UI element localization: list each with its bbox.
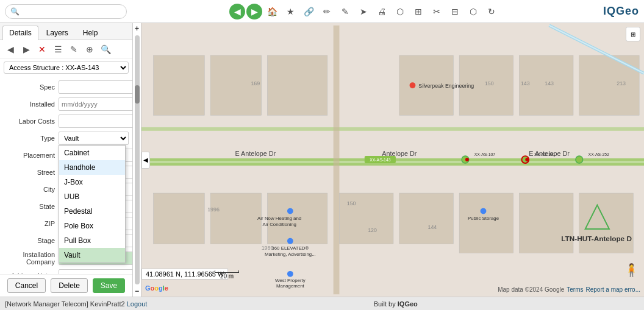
scale-label: 20 m — [220, 273, 234, 280]
svg-rect-6 — [210, 193, 262, 244]
panel-zoom-button[interactable]: 🔍 — [99, 43, 112, 56]
city-label: City — [4, 186, 59, 193]
svg-text:Silverpeak Engineering: Silverpeak Engineering — [418, 83, 474, 89]
svg-rect-9 — [399, 193, 453, 244]
search-bar[interactable]: 🔍 — [5, 4, 127, 19]
top-toolbar: 🔍 ◀ ▶ 🏠 ★ 🔗 ✏ ✎ ➤ 🖨 ⬡ ⊞ ✂ ⊟ ⬡ ↻ IQGeo — [0, 0, 644, 23]
svg-text:213: 213 — [617, 80, 626, 86]
zoom-in-button[interactable]: + — [133, 24, 141, 33]
state-label: State — [4, 203, 59, 210]
panel-close-button[interactable]: ✕ — [35, 43, 49, 56]
labor-costs-control: ✕ ⊞ — [59, 114, 132, 128]
minus-button[interactable]: ⊟ — [446, 3, 463, 20]
svg-text:169: 169 — [251, 80, 260, 86]
map-canvas: E Antelope Dr Antelope Dr E Antelope Dr … — [141, 23, 644, 297]
network-manager-label: [Network Manager Telecom] KevinPratt2 Lo… — [5, 300, 147, 308]
location-button[interactable]: ➤ — [355, 3, 372, 20]
nav-forward-button[interactable]: ▶ — [246, 4, 262, 19]
map-overlay-button[interactable]: ⊞ — [626, 27, 640, 41]
type-dropdown-popup: Cabinet Handhole J-Box UUB Pedestal Pole… — [59, 145, 126, 263]
delete-button[interactable]: Delete — [51, 278, 88, 293]
panel-back-button[interactable]: ◀ — [4, 43, 17, 56]
refresh-button[interactable]: ↻ — [483, 3, 500, 20]
type-row: Type Vault Cabinet Handhole J-Box UUB Pe… — [0, 130, 132, 147]
edit1-button[interactable]: ✏ — [318, 3, 335, 20]
link-button[interactable]: 🔗 — [300, 3, 317, 20]
print-button[interactable]: 🖨 — [373, 3, 390, 20]
installed-input[interactable] — [59, 97, 132, 111]
logout-link[interactable]: Logout — [127, 300, 148, 308]
dropdown-item-polebox[interactable]: Pole Box — [59, 219, 125, 233]
svg-text:Air Now Heating and: Air Now Heating and — [257, 216, 301, 221]
panel-list-button[interactable]: ☰ — [51, 43, 65, 56]
labor-costs-row: Labor Costs ✕ ⊞ — [0, 113, 132, 130]
access-structure-dropdown[interactable]: Access Structure : XX-AS-143 — [4, 62, 129, 74]
labor-costs-input[interactable] — [59, 114, 132, 128]
bookmark-button[interactable]: ★ — [282, 3, 299, 20]
form-footer: Cancel Delete Save — [0, 274, 132, 297]
map-data-label: Map data ©2024 Google — [498, 286, 564, 293]
cancel-button[interactable]: Cancel — [7, 278, 46, 293]
collapse-sidebar-button[interactable]: ◀ — [141, 152, 150, 169]
map-report-link[interactable]: Report a map erro... — [586, 286, 640, 293]
stage-label: Stage — [4, 237, 59, 244]
save-button[interactable]: Save — [93, 278, 125, 293]
type-label: Type — [4, 135, 59, 142]
svg-text:XX-AS-252: XX-AS-252 — [589, 152, 610, 157]
svg-point-33 — [576, 156, 583, 163]
spec-input[interactable] — [59, 80, 132, 94]
installed-control: 📅 — [59, 97, 132, 111]
panel-target-button[interactable]: ⊕ — [83, 43, 96, 56]
svg-rect-13 — [154, 55, 205, 115]
map-bottom-info: Map data ©2024 Google Terms Report a map… — [498, 286, 644, 293]
hex-button[interactable]: ⬡ — [465, 3, 482, 20]
dropdown-item-pullbox[interactable]: Pull Box — [59, 233, 125, 248]
dropdown-item-uub[interactable]: UUB — [59, 189, 125, 204]
dropdown-item-handhole[interactable]: Handhole — [59, 160, 125, 175]
svg-point-31 — [525, 158, 529, 161]
labor-costs-label: Labor Costs — [4, 118, 59, 125]
svg-point-42 — [287, 238, 293, 244]
svg-text:120: 120 — [368, 227, 377, 233]
dropdown-item-cabinet[interactable]: Cabinet — [59, 146, 125, 160]
svg-point-39 — [287, 208, 293, 214]
installed-label: Installed — [4, 100, 59, 108]
edit2-button[interactable]: ✎ — [337, 3, 354, 20]
panel-edit-button[interactable]: ✎ — [67, 43, 80, 56]
grid-button[interactable]: ⊞ — [410, 3, 427, 20]
address-notes-input[interactable] — [59, 269, 132, 274]
map-area[interactable]: + − — [133, 23, 644, 297]
map-terms-link[interactable]: Terms — [567, 286, 583, 293]
tab-help[interactable]: Help — [76, 26, 105, 40]
nav-back-button[interactable]: ◀ — [229, 4, 245, 19]
svg-rect-3 — [141, 127, 644, 131]
street-view-person[interactable]: 🧍 — [624, 262, 639, 277]
zoom-thumb — [135, 85, 140, 104]
dropdown-item-vault[interactable]: Vault — [59, 248, 125, 262]
svg-rect-19 — [579, 55, 639, 115]
home-button[interactable]: 🏠 — [263, 3, 281, 20]
zoom-scroll[interactable] — [135, 35, 140, 284]
search-input[interactable] — [22, 7, 120, 16]
type-select-wrap: Vault Cabinet Handhole J-Box UUB Pedesta… — [59, 132, 129, 145]
type-select[interactable]: Vault — [59, 132, 129, 145]
placement-label: Placement — [4, 152, 59, 159]
panel-tabs: Details Layers Help — [0, 23, 132, 40]
form-area: Spec ✕ ⊞ Installed 📅 Labor Costs — [0, 76, 132, 274]
tab-details[interactable]: Details — [2, 26, 38, 40]
panel-forward-button[interactable]: ▶ — [20, 43, 33, 56]
svg-point-28 — [465, 158, 469, 161]
scissors-button[interactable]: ✂ — [428, 3, 445, 20]
svg-rect-15 — [267, 55, 327, 115]
address-notes-row: Address Notes ✎ — [0, 267, 132, 274]
access-structure-select[interactable]: Access Structure : XX-AS-143 — [4, 62, 129, 74]
svg-text:LTN-HUT-Antelope D: LTN-HUT-Antelope D — [561, 234, 632, 242]
svg-text:1960: 1960 — [262, 245, 274, 251]
zoom-out-button[interactable]: − — [133, 287, 141, 295]
dropdown-item-pedestal[interactable]: Pedestal — [59, 204, 125, 219]
svg-text:143: 143 — [521, 80, 530, 86]
tab-layers[interactable]: Layers — [40, 26, 75, 40]
share-button[interactable]: ⬡ — [392, 3, 409, 20]
dropdown-item-jbox[interactable]: J-Box — [59, 175, 125, 189]
svg-text:143: 143 — [545, 80, 554, 86]
